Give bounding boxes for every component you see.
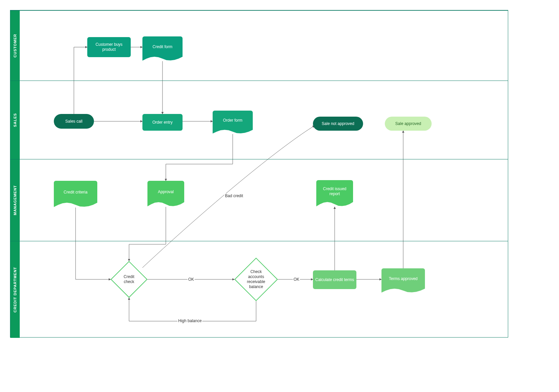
- node-credit_issued_report[interactable]: Credit issued report: [316, 180, 353, 207]
- node-credit_criteria-label: Credit criteria: [64, 190, 87, 195]
- lane-sales-label: SALES: [10, 81, 20, 159]
- node-order_entry[interactable]: Order entry: [142, 114, 183, 131]
- node-order_form[interactable]: Order form: [213, 111, 253, 134]
- node-order_form-label: Order form: [223, 118, 242, 123]
- node-sale_not_approved[interactable]: Sale not approved: [313, 117, 363, 131]
- node-sales_call[interactable]: Sales call: [54, 114, 94, 129]
- node-customer_buys[interactable]: Customer buys product: [87, 37, 131, 57]
- node-sale_not_approved-label: Sale not approved: [322, 121, 354, 126]
- lane-management-label: MANAGEMENT: [10, 159, 20, 241]
- node-calc_terms[interactable]: Calculate credit terms: [313, 270, 356, 289]
- node-calc_terms-label: Calculate credit terms: [315, 277, 354, 282]
- edge-label-credit_check-to-sale_not_approved: Bad credit: [224, 193, 244, 198]
- node-customer_buys-label: Customer buys product: [89, 42, 129, 52]
- lane-credit-department-label: CREDIT DEPARTMENT: [10, 241, 20, 338]
- node-credit_form-label: Credit form: [152, 44, 172, 49]
- node-credit_form[interactable]: Credit form: [142, 36, 183, 61]
- lane-customer-label: CUSTOMER: [10, 11, 20, 81]
- node-ar_balance-label: Check accounts receivable balance: [243, 268, 269, 291]
- node-sale_approved-label: Sale approved: [395, 121, 421, 126]
- node-terms_approved-label: Terms approved: [389, 276, 418, 281]
- edge-label-ar_balance-to-calc_terms: OK: [293, 277, 300, 282]
- node-credit_check-label: Credit check: [119, 273, 139, 286]
- node-order_entry-label: Order entry: [152, 120, 173, 125]
- node-approval[interactable]: Approval: [147, 181, 184, 207]
- edge-label-credit_check-to-ar_balance: OK: [188, 277, 195, 282]
- node-sales_call-label: Sales call: [65, 119, 82, 124]
- lane-customer: CUSTOMER: [10, 10, 508, 81]
- swimlane-diagram: CUSTOMER SALES MANAGEMENT CREDIT DEPARTM…: [10, 10, 508, 338]
- edge-label-ar_balance-to-credit_check: High balance: [178, 318, 202, 323]
- node-approval-label: Approval: [158, 189, 174, 194]
- node-credit_criteria[interactable]: Credit criteria: [54, 181, 97, 208]
- node-terms_approved[interactable]: Terms approved: [381, 268, 425, 293]
- node-sale_approved[interactable]: Sale approved: [385, 117, 432, 131]
- node-credit_issued_report-label: Credit issued report: [318, 186, 351, 197]
